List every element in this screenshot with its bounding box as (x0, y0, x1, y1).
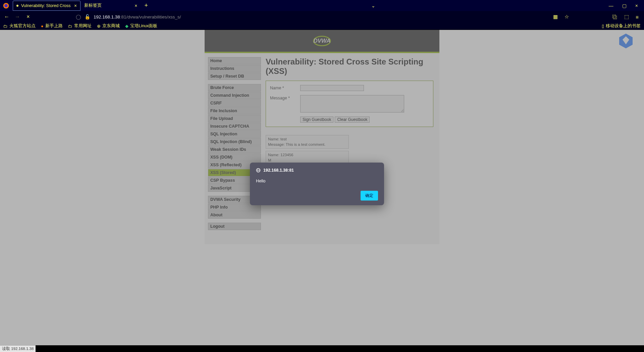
globe-icon (256, 168, 261, 173)
close-window-icon[interactable]: × (635, 3, 638, 8)
entry-name: Name: 123456 (268, 152, 346, 158)
sidebar-item-home[interactable]: Home (208, 57, 261, 64)
entry-name: Name: test (268, 137, 346, 142)
url-text: 192.168.1.38:81/dvwa/vulnerabilities/xss… (94, 14, 181, 19)
maximize-icon[interactable]: ▢ (622, 3, 627, 8)
insecure-lock-icon[interactable]: 🔓 (85, 14, 90, 19)
name-label: Name * (270, 85, 300, 90)
bookmark-item[interactable]: ⊕京东商城 (97, 23, 120, 29)
new-tab-button[interactable]: + (141, 2, 151, 9)
crop-icon[interactable]: ⿻ (612, 14, 618, 20)
sidebar-item-about[interactable]: About (208, 211, 261, 219)
sidebar-item-sqli-blind[interactable]: SQL Injection (Blind) (208, 138, 261, 145)
sidebar-group: Home Instructions Setup / Reset DB (208, 57, 261, 80)
extensions-icon[interactable]: ⬚ (624, 14, 629, 20)
guestbook-form: Name * Message * Sign Guestbook Clear Gu… (266, 81, 433, 127)
bookmark-item[interactable]: 🗀常用网址 (68, 23, 92, 29)
back-icon[interactable]: ← (3, 14, 10, 20)
entry-message: M (268, 158, 346, 163)
dvwa-logo-icon: DVWA (307, 34, 337, 48)
js-alert-dialog: 192.168.1.38:81 Hello 确定 (250, 163, 384, 205)
qr-icon[interactable]: ▦ (553, 14, 558, 20)
mobile-icon: ▯ (602, 24, 604, 29)
navbar-right: ▦ ☆ ⿻ ⬚ ≡ (553, 14, 641, 20)
bookmark-mobile[interactable]: ▯移动设备上的书签 (602, 23, 641, 29)
loading-dot-icon (16, 5, 18, 7)
guestbook-entries: Name: test Message: This is a test comme… (266, 135, 433, 165)
stop-icon[interactable]: × (25, 14, 32, 20)
tab-newpage[interactable]: 新标签页 × (80, 1, 141, 11)
sidebar-item-bruteforce[interactable]: Brute Force (208, 84, 261, 91)
folder-icon: 🗀 (3, 24, 8, 29)
sidebar-item-cmdinj[interactable]: Command Injection (208, 92, 261, 99)
dvwa-container: DVWA Home Instructions Setup / Reset DB … (205, 30, 439, 244)
bookmark-star-icon[interactable]: ☆ (565, 14, 569, 20)
tab-active[interactable]: Vulnerability: Stored Cross Sit × (13, 1, 80, 11)
message-label: Message * (270, 95, 300, 100)
bookmarks-bar: 🗀火狐官方站点 ●新手上路 🗀常用网址 ⊕京东商城 ◆宝塔Linux面板 ▯移动… (0, 23, 644, 30)
bookmark-item[interactable]: 🗀火狐官方站点 (3, 23, 36, 29)
browser-titlebar: Vulnerability: Stored Cross Sit × 新标签页 ×… (0, 0, 644, 11)
firefox-small-icon: ● (41, 24, 44, 29)
bookmark-item[interactable]: ◆宝塔Linux面板 (125, 23, 158, 29)
close-tab-icon[interactable]: × (74, 3, 77, 8)
dvwa-header: DVWA (205, 30, 439, 52)
sidebar: Home Instructions Setup / Reset DB Brute… (205, 55, 264, 234)
status-text: 读取 192.168.1.38 (2, 347, 34, 351)
bt-icon: ◆ (125, 24, 128, 29)
url-box[interactable]: ◯ 🔓 192.168.1.38:81/dvwa/vulnerabilities… (76, 14, 181, 19)
forward-icon: → (14, 14, 21, 20)
sidebar-item-sqli[interactable]: SQL Injection (208, 130, 261, 138)
page-title: Vulnerability: Stored Cross Site Scripti… (266, 57, 433, 76)
sidebar-item-setup[interactable]: Setup / Reset DB (208, 73, 261, 80)
sign-guestbook-button[interactable]: Sign Guestbook (300, 117, 333, 123)
sidebar-item-xss-dom[interactable]: XSS (DOM) (208, 153, 261, 161)
tab-title: Vulnerability: Stored Cross Sit (21, 3, 71, 8)
window-controls: — ▢ × (609, 3, 643, 8)
dvwa-body: Home Instructions Setup / Reset DB Brute… (205, 53, 439, 244)
minimize-icon[interactable]: — (609, 3, 613, 8)
status-bar: 读取 192.168.1.38 (0, 345, 36, 352)
sidebar-item-fileupload[interactable]: File Upload (208, 115, 261, 122)
sidebar-item-instructions[interactable]: Instructions (208, 65, 261, 72)
svg-text:DVWA: DVWA (314, 38, 331, 44)
clear-guestbook-button[interactable]: Clear Guestbook (335, 117, 370, 123)
assistant-bird-icon[interactable] (618, 33, 634, 50)
tabs-row: Vulnerability: Stored Cross Sit × 新标签页 ×… (13, 0, 151, 11)
tabs-overflow-icon[interactable]: ⌄ (371, 3, 375, 8)
guestbook-entry: Name: test Message: This is a test comme… (266, 135, 349, 149)
alert-origin-text: 192.168.1.38:81 (263, 168, 294, 173)
sidebar-item-captcha[interactable]: Insecure CAPTCHA (208, 123, 261, 130)
shield-icon[interactable]: ◯ (76, 14, 81, 19)
firefox-icon (1, 1, 11, 10)
close-tab-icon[interactable]: × (135, 3, 137, 8)
sidebar-group: Logout (208, 223, 261, 230)
browser-navbar: ← → × ◯ 🔓 192.168.1.38:81/dvwa/vulnerabi… (0, 11, 644, 23)
svg-point-1 (4, 4, 8, 7)
alert-origin: 192.168.1.38:81 (256, 168, 378, 173)
alert-message: Hello (256, 179, 378, 183)
entry-message: Message: This is a test comment. (268, 142, 346, 147)
main-content: Vulnerability: Stored Cross Site Scripti… (264, 55, 439, 234)
message-textarea[interactable] (300, 95, 404, 113)
menu-icon[interactable]: ≡ (636, 14, 639, 20)
folder-icon: 🗀 (68, 24, 72, 29)
name-input[interactable] (300, 85, 364, 91)
globe-icon: ⊕ (97, 24, 101, 29)
tab-title: 新标签页 (84, 3, 102, 8)
sidebar-item-csrf[interactable]: CSRF (208, 99, 261, 107)
bookmark-item[interactable]: ●新手上路 (41, 23, 63, 29)
sidebar-item-fileinc[interactable]: File Inclusion (208, 107, 261, 115)
sidebar-item-weaksession[interactable]: Weak Session IDs (208, 146, 261, 153)
alert-ok-button[interactable]: 确定 (361, 191, 378, 201)
sidebar-item-logout[interactable]: Logout (208, 223, 261, 230)
